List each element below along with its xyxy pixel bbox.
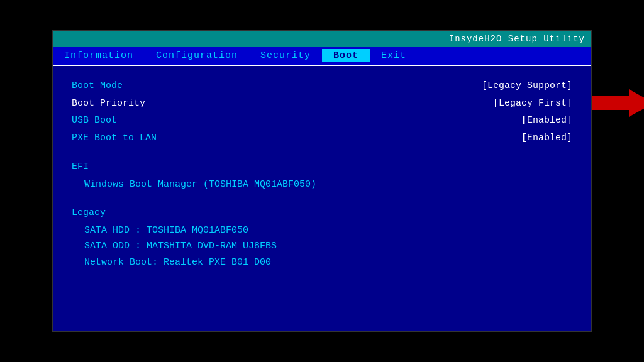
pxe-boot-row[interactable]: PXE Boot to LAN [Enabled] — [72, 129, 572, 147]
boot-priority-value: [Legacy First] — [493, 96, 572, 112]
usb-boot-value: [Enabled] — [521, 112, 572, 129]
menu-item-configuration[interactable]: Configuration — [145, 49, 249, 62]
sata-odd-row: SATA ODD : MATSHITA DVD-RAM UJ8FBS — [72, 238, 572, 255]
boot-priority-row[interactable]: Boot Priority [Legacy First] — [72, 95, 572, 112]
menu-item-security[interactable]: Security — [249, 49, 322, 62]
title-bar: InsydeH2O Setup Utility — [53, 31, 591, 47]
pxe-boot-label: PXE Boot to LAN — [72, 130, 210, 146]
app-title: InsydeH2O Setup Utility — [449, 34, 585, 44]
menu-item-boot[interactable]: Boot — [322, 49, 370, 62]
boot-mode-label: Boot Mode — [72, 78, 210, 94]
sata-odd-label: SATA ODD — [84, 241, 130, 251]
usb-boot-label: USB Boot — [72, 112, 210, 129]
sata-hdd-row: SATA HDD : TOSHIBA MQ01ABF050 — [72, 222, 572, 239]
efi-entry: Windows Boot Manager (TOSHIBA MQ01ABF050… — [72, 177, 572, 193]
usb-boot-row[interactable]: USB Boot [Enabled] — [72, 112, 572, 129]
arrow-indicator — [592, 89, 644, 117]
bios-screen: InsydeH2O Setup Utility Information Conf… — [52, 30, 592, 332]
network-boot-value: Realtek PXE B01 D00 — [164, 257, 271, 268]
menu-item-exit[interactable]: Exit — [370, 49, 418, 62]
menu-bar[interactable]: Information Configuration Security Boot … — [53, 47, 591, 66]
boot-mode-value: [Legacy Support] — [482, 78, 572, 94]
boot-mode-row[interactable]: Boot Mode [Legacy Support] — [72, 77, 572, 95]
sata-odd-value: : MATSHITA DVD-RAM UJ8FBS — [135, 241, 277, 251]
main-content: Boot Mode [Legacy Support] Boot Priority… — [53, 66, 591, 282]
network-boot-row: Network Boot: Realtek PXE B01 D00 — [72, 255, 572, 271]
network-boot-label: Network Boot: — [84, 257, 158, 268]
pxe-boot-value: [Enabled] — [521, 130, 572, 146]
legacy-header: Legacy — [72, 205, 572, 221]
menu-item-information[interactable]: Information — [53, 49, 145, 62]
efi-header: EFI — [72, 159, 572, 175]
boot-priority-label: Boot Priority — [72, 96, 210, 112]
sata-hdd-value: : TOSHIBA MQ01ABF050 — [135, 225, 248, 236]
sata-hdd-label: SATA HDD — [84, 225, 130, 236]
